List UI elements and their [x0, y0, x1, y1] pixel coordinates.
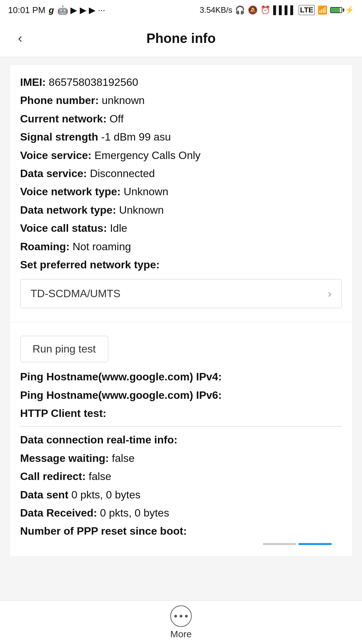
run-ping-test-button[interactable]: Run ping test — [20, 336, 108, 362]
signal-icon: ▌▌▌▌ — [273, 5, 296, 15]
network-type-value: TD-SCDMA/UMTS — [31, 287, 120, 300]
imei-label: IMEI: — [20, 76, 46, 88]
data-received-value: 0 pkts, 0 bytes — [100, 507, 169, 519]
data-sent-value: 0 pkts, 0 bytes — [71, 489, 140, 501]
alarm-icon: ⏰ — [260, 5, 270, 15]
status-bar: 10:01 PM g 🤖 ▶ ▶ ▶ ··· 3.54KB/s 🎧 🔕 ⏰ ▌▌… — [0, 0, 362, 20]
voice-call-status-row: Voice call status: Idle — [20, 219, 342, 237]
bottom-nav: More — [0, 600, 362, 644]
headphone-icon: 🎧 — [235, 5, 245, 15]
more-button[interactable] — [170, 605, 192, 627]
roaming-label: Roaming: — [20, 240, 70, 253]
network-speed: 3.54KB/s — [200, 5, 232, 15]
lte-label: LTE — [299, 5, 315, 15]
header: ‹ Phone info — [0, 20, 362, 57]
g-icon: g — [49, 5, 54, 15]
data-sent-label: Data sent — [20, 489, 68, 501]
data-network-type-row: Data network type: Unknown — [20, 201, 342, 219]
phone-number-row: Phone number: unknown — [20, 91, 342, 109]
ping-ipv6-row: Ping Hostname(www.google.com) IPv6: — [20, 386, 342, 404]
mute-icon: 🔕 — [248, 5, 258, 15]
ping-ipv4-label: Ping Hostname(www.google.com) IPv4: — [20, 371, 222, 383]
dot-1 — [174, 615, 177, 618]
voice-service-value: Emergency Calls Only — [95, 149, 201, 161]
http-client-row: HTTP Client test: — [20, 404, 342, 422]
page-title: Phone info — [30, 31, 332, 46]
wifi-icon: 📶 — [317, 5, 327, 15]
voice-call-status-label: Voice call status: — [20, 222, 107, 234]
voice-network-type-value: Unknown — [124, 185, 168, 198]
voice-network-type-label: Voice network type: — [20, 185, 121, 198]
data-network-type-value: Unknown — [119, 204, 164, 216]
phone-number-value: unknown — [102, 94, 145, 106]
signal-strength-value: -1 dBm 99 asu — [101, 131, 171, 143]
http-client-label: HTTP Client test: — [20, 407, 106, 419]
preferred-network-label-row: Set preferred network type: — [20, 256, 342, 274]
voice-service-row: Voice service: Emergency Calls Only — [20, 146, 342, 164]
status-time: 10:01 PM — [8, 5, 45, 15]
imei-row: IMEI: 865758038192560 — [20, 73, 342, 91]
content-area: IMEI: 865758038192560 Phone number: unkn… — [0, 57, 362, 611]
data-service-label: Data service: — [20, 167, 87, 179]
dot-3 — [185, 615, 188, 618]
phone-number-label: Phone number: — [20, 94, 99, 106]
data-network-type-label: Data network type: — [20, 204, 116, 216]
signal-strength-row: Signal strength -1 dBm 99 asu — [20, 128, 342, 146]
ping-ipv4-row: Ping Hostname(www.google.com) IPv4: — [20, 368, 342, 386]
status-left: 10:01 PM g 🤖 ▶ ▶ ▶ ··· — [8, 5, 105, 15]
network-type-selector[interactable]: TD-SCDMA/UMTS › — [20, 279, 342, 308]
current-network-value: Off — [110, 113, 124, 125]
more-label: More — [170, 629, 192, 640]
call-redirect-label: Call redirect: — [20, 470, 86, 482]
back-button[interactable]: ‹ — [10, 29, 30, 49]
status-right: 3.54KB/s 🎧 🔕 ⏰ ▌▌▌▌ LTE 📶 ⚡ — [200, 5, 354, 15]
call-redirect-value: false — [89, 470, 112, 482]
preferred-network-label: Set preferred network type: — [20, 259, 160, 271]
roaming-value: Not roaming — [72, 240, 131, 253]
message-waiting-value: false — [112, 452, 135, 464]
data-sent-row: Data sent 0 pkts, 0 bytes — [20, 486, 342, 504]
dot-2 — [180, 615, 182, 618]
notification-icons: 🤖 ▶ ▶ ▶ ··· — [57, 5, 105, 15]
voice-service-label: Voice service: — [20, 149, 92, 161]
connection-info-label: Data connection real-time info: — [20, 434, 177, 446]
ppp-reset-row: Number of PPP reset since boot: — [20, 522, 342, 540]
phone-info-section: IMEI: 865758038192560 Phone number: unkn… — [10, 65, 352, 322]
ping-ipv6-label: Ping Hostname(www.google.com) IPv6: — [20, 389, 222, 401]
ping-section: Run ping test Ping Hostname(www.google.c… — [10, 322, 352, 556]
roaming-row: Roaming: Not roaming — [20, 237, 342, 256]
connection-info-row: Data connection real-time info: — [20, 431, 342, 449]
data-service-value: Disconnected — [90, 167, 155, 179]
data-service-row: Data service: Disconnected — [20, 164, 342, 182]
voice-network-type-row: Voice network type: Unknown — [20, 182, 342, 201]
chevron-right-icon: › — [328, 287, 331, 300]
current-network-label: Current network: — [20, 113, 107, 125]
battery-icon: ⚡ — [330, 6, 354, 14]
imei-value: 865758038192560 — [49, 76, 138, 88]
message-waiting-label: Message waiting: — [20, 452, 109, 464]
current-network-row: Current network: Off — [20, 110, 342, 128]
voice-call-status-value: Idle — [110, 222, 127, 234]
section-divider — [20, 426, 342, 427]
scroll-indicator — [20, 540, 342, 548]
scroll-bar-active — [298, 543, 332, 545]
ppp-reset-label: Number of PPP reset since boot: — [20, 525, 187, 537]
signal-strength-label: Signal strength — [20, 131, 98, 143]
data-received-row: Data Received: 0 pkts, 0 bytes — [20, 504, 342, 522]
data-received-label: Data Received: — [20, 507, 97, 519]
more-dots-icon — [174, 615, 188, 618]
scroll-bar-inactive — [263, 543, 296, 545]
run-ping-label: Run ping test — [33, 343, 96, 355]
call-redirect-row: Call redirect: false — [20, 467, 342, 485]
message-waiting-row: Message waiting: false — [20, 449, 342, 467]
